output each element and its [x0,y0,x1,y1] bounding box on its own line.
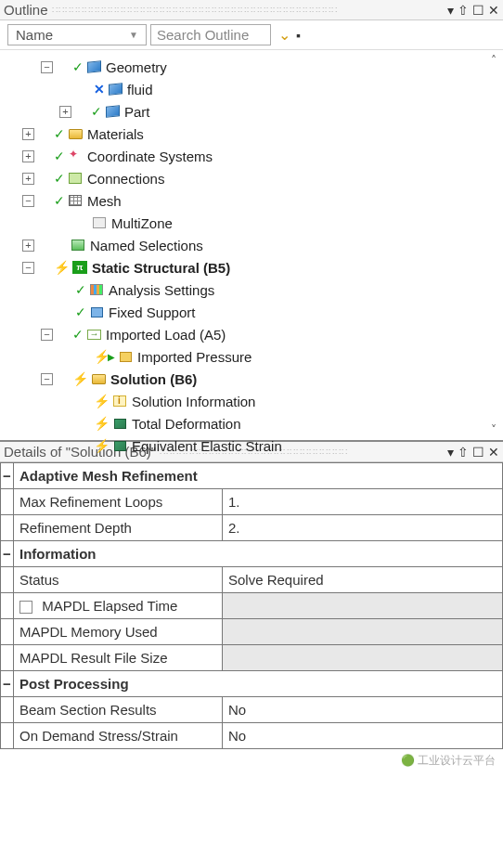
tree-node-named[interactable]: + Named Selections [4,234,503,256]
node-label: Analysis Settings [109,282,214,298]
collapse-icon[interactable]: − [41,61,53,73]
prop-value[interactable]: 1. [223,489,503,515]
prop-label: Beam Section Results [14,697,223,723]
tree-node-static[interactable]: − ⚡ π Static Structural (B5) [4,256,503,279]
collapse-icon[interactable]: − [22,195,34,207]
section-label: Post Processing [14,671,503,697]
check-icon: ✓ [54,126,65,141]
bolt-icon: ⚡ [94,394,110,408]
header-dots: ∷∷∷∷∷∷∷∷∷∷∷∷∷∷∷∷∷∷∷∷∷∷∷∷∷∷∷∷∷∷∷∷∷∷∷∷∷∷∷∷… [48,5,447,15]
pin-icon[interactable]: ⇧ [458,3,469,18]
tree-node-fluid[interactable]: ✕ fluid [4,78,503,100]
section-adaptive[interactable]: − Adaptive Mesh Refinement [1,463,503,489]
solution-icon [90,371,107,386]
node-label: Imported Pressure [137,349,252,365]
row-beam[interactable]: Beam Section Results No [1,697,503,723]
close-icon[interactable]: ✕ [488,3,499,18]
coord-icon [67,149,84,163]
expand-icon[interactable]: + [22,150,34,162]
check-icon: ✓ [91,104,102,119]
section-post[interactable]: − Post Processing [1,671,503,697]
prop-label: MAPDL Memory Used [14,619,223,645]
tree-node-imported-load[interactable]: − ✓ Imported Load (A5) [4,323,503,345]
check-icon: ✓ [72,327,84,342]
scroll-up-icon[interactable]: ˄ [486,54,501,67]
tree-node-multizone[interactable]: MultiZone [4,212,503,234]
outline-header: Outline ∷∷∷∷∷∷∷∷∷∷∷∷∷∷∷∷∷∷∷∷∷∷∷∷∷∷∷∷∷∷∷∷… [0,0,503,20]
dropdown-arrow-icon[interactable]: ▾ [447,3,454,18]
support-icon [88,304,105,319]
expand-icon[interactable]: + [59,106,71,118]
check-icon: ✓ [75,304,86,319]
tree-node-mesh[interactable]: − ✓ Mesh [4,189,503,212]
prop-value[interactable]: 2. [223,515,503,541]
geometry-icon [85,59,102,74]
mesh-icon [67,193,84,208]
tree-node-connections[interactable]: + ✓ Connections [4,167,503,189]
tree-node-fixed[interactable]: ✓ Fixed Support [4,301,503,323]
tree-node-part[interactable]: + ✓ Part [4,100,503,123]
scroll-down-icon[interactable]: ˅ [486,423,501,436]
tree-node-sol-info[interactable]: ⚡ Solution Information [4,390,503,412]
prop-value[interactable]: No [223,697,503,723]
collapse-icon[interactable]: − [41,329,53,341]
tree-node-total-def[interactable]: ⚡ Total Deformation [4,412,503,434]
maximize-icon[interactable]: ☐ [472,3,484,18]
row-elapsed[interactable]: MAPDL Elapsed Time [1,593,503,619]
watermark: 🟢 工业设计云平台 [0,749,503,772]
collapse-icon[interactable]: − [22,262,34,274]
tree-node-materials[interactable]: + ✓ Materials [4,123,503,145]
prop-label: Refinement Depth [14,515,223,541]
check-icon: ✓ [72,59,84,74]
prop-label: Max Refinement Loops [14,489,223,515]
node-label: Fixed Support [109,304,195,320]
pressure-icon [117,349,134,364]
node-label: Coordinate Systems [87,149,213,164]
outline-toolbar: Name ▼ Search Outline ⌄ ▪ [0,20,503,50]
section-collapse-icon[interactable]: − [1,671,14,697]
expand-icon[interactable]: + [22,240,34,252]
tree-node-solution[interactable]: − ⚡ Solution (B6) [4,368,503,390]
collapse-icon[interactable]: − [41,373,53,385]
expand-chevron-icon[interactable]: ⌄ [275,26,290,44]
named-sel-icon [70,238,86,253]
tree-node-analysis[interactable]: ✓ Analysis Settings [4,279,503,301]
section-collapse-icon[interactable]: − [1,463,14,489]
node-label: MultiZone [111,215,173,231]
row-status[interactable]: Status Solve Required [1,567,503,593]
prop-value[interactable]: No [223,723,503,749]
outline-tree[interactable]: − ✓ Geometry ✕ fluid + ✓ Part + ✓ [0,50,503,462]
tree-node-geometry[interactable]: − ✓ Geometry [4,56,503,78]
check-icon: ✓ [54,149,65,163]
filter-dropdown[interactable]: Name ▼ [7,24,147,45]
folder-icon [67,126,84,141]
bolt-icon: ⚡ [54,260,70,275]
row-result-size[interactable]: MAPDL Result File Size [1,645,503,671]
tree-node-eq-strain[interactable]: ⚡ Equivalent Elastic Strain [4,434,503,457]
tree-node-coord[interactable]: + ✓ Coordinate Systems [4,145,503,167]
row-max-loops[interactable]: Max Refinement Loops 1. [1,489,503,515]
toolbar-more-icon[interactable]: ▪ [294,28,301,43]
prop-value: Solve Required [223,567,503,593]
node-label: Mesh [87,193,122,209]
strain-icon [111,438,128,453]
row-memory[interactable]: MAPDL Memory Used [1,619,503,645]
node-label: Named Selections [90,238,203,253]
node-label: Equivalent Elastic Strain [132,438,282,454]
elapsed-checkbox[interactable] [19,601,32,614]
tree-node-imported-pressure[interactable]: ⚡▶ Imported Pressure [4,345,503,368]
row-demand[interactable]: On Demand Stress/Strain No [1,723,503,749]
chevron-down-icon: ▼ [129,30,138,40]
section-info[interactable]: − Information [1,541,503,567]
search-input[interactable]: Search Outline [150,24,271,45]
prop-label: MAPDL Result File Size [14,645,223,671]
node-label: Total Deformation [132,416,241,432]
outline-window-controls: ▾ ⇧ ☐ ✕ [447,3,499,18]
expand-icon[interactable]: + [22,128,34,140]
bolt-icon: ⚡ [94,438,110,453]
section-collapse-icon[interactable]: − [1,541,14,567]
expand-icon[interactable]: + [22,173,34,185]
row-ref-depth[interactable]: Refinement Depth 2. [1,515,503,541]
node-label: Connections [87,171,164,187]
prop-label: MAPDL Elapsed Time [14,593,223,619]
